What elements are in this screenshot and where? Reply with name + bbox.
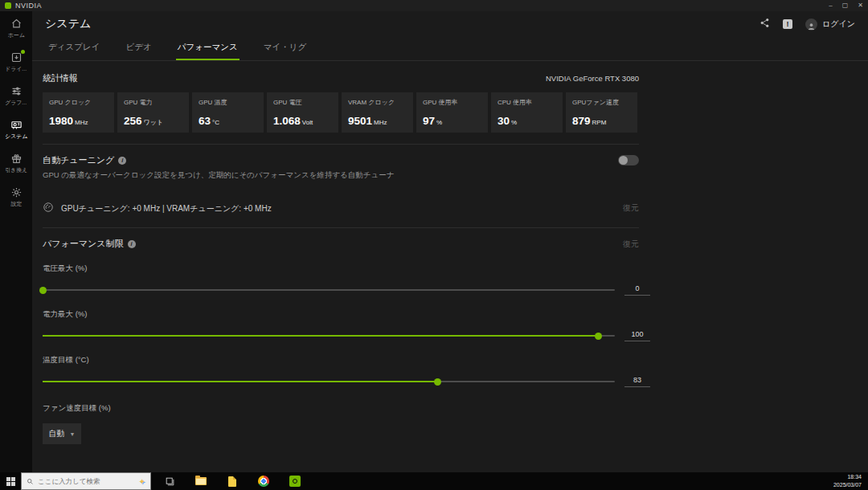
slider-fill bbox=[43, 335, 598, 337]
page-header: システム ! ログイン bbox=[32, 11, 868, 37]
stats-section-title: 統計情報 bbox=[43, 72, 78, 84]
stat-card-gpu-usage: GPU 使用率 97% bbox=[416, 92, 488, 133]
system-icon bbox=[10, 119, 23, 131]
sidebar-item-system[interactable]: システム bbox=[0, 119, 32, 141]
voltage-slider[interactable] bbox=[43, 289, 615, 291]
stat-card-vram-clock: VRAM クロック 9501MHz bbox=[342, 92, 413, 133]
info-icon[interactable]: i bbox=[118, 157, 126, 165]
temp-slider-group: 温度目標 (°C) 83 bbox=[43, 355, 653, 387]
share-icon[interactable] bbox=[760, 17, 770, 31]
window-controls: – ▢ ✕ bbox=[829, 0, 863, 11]
app-name: NVIDIA bbox=[15, 2, 42, 10]
gpu-name: NVIDIA GeForce RTX 3080 bbox=[546, 74, 639, 83]
search-icon bbox=[27, 478, 34, 485]
stat-card-gpu-clock: GPU クロック 1980MHz bbox=[43, 92, 114, 133]
content-area: 統計情報 NVIDIA GeForce RTX 3080 GPU クロック 19… bbox=[32, 61, 868, 472]
slider-thumb[interactable] bbox=[595, 333, 602, 340]
nvidia-app-icon[interactable] bbox=[285, 472, 305, 490]
voltage-slider-value[interactable]: 0 bbox=[624, 284, 650, 296]
slider-fill bbox=[43, 381, 437, 382]
task-view-icon[interactable] bbox=[159, 472, 180, 490]
power-slider-label: 電力最大 (%) bbox=[43, 309, 653, 320]
fan-target-dropdown[interactable]: 自動 ▼ bbox=[43, 423, 81, 444]
document-app-icon[interactable] bbox=[222, 472, 243, 490]
window-titlebar: NVIDIA – ▢ ✕ bbox=[0, 0, 868, 11]
restore-button[interactable]: ▢ bbox=[842, 0, 849, 11]
slider-thumb[interactable] bbox=[39, 287, 47, 294]
power-slider-value[interactable]: 100 bbox=[624, 330, 650, 341]
tabbar: ディスプレイ ビデオ パフォーマンス マイ・リグ bbox=[32, 37, 868, 61]
tuning-gauge-icon bbox=[43, 202, 54, 216]
fan-target-label: ファン速度目標 (%) bbox=[43, 403, 639, 414]
performance-limits-title: パフォーマンス制限 bbox=[43, 238, 124, 250]
sidebar: ホーム ドライ... グラフ... システム 引き換え 設定 bbox=[0, 11, 32, 472]
power-slider-group: 電力最大 (%) 100 bbox=[43, 309, 653, 341]
tuning-status-row: GPUチューニング: +0 MHz | VRAMチューニング: +0 MHz 復… bbox=[43, 202, 639, 216]
stat-card-gpu-power: GPU 電力 256ワット bbox=[117, 92, 189, 133]
auto-tuning-description: GPU の最適なオーバークロック設定を見つけ、定期的にそのパフォーマンスを維持す… bbox=[43, 170, 639, 181]
stat-card-cpu-usage: CPU 使用率 30% bbox=[491, 92, 563, 133]
clock-time: 18:34 bbox=[833, 473, 862, 481]
gear-icon bbox=[10, 186, 23, 198]
sidebar-item-redeem[interactable]: 引き換え bbox=[0, 153, 32, 174]
sidebar-item-home[interactable]: ホーム bbox=[0, 18, 32, 39]
minimize-button[interactable]: – bbox=[829, 0, 832, 11]
info-icon[interactable]: i bbox=[128, 240, 136, 248]
tab-display[interactable]: ディスプレイ bbox=[47, 37, 101, 60]
close-button[interactable]: ✕ bbox=[858, 0, 863, 11]
sidebar-item-drivers[interactable]: ドライ... bbox=[0, 51, 32, 73]
tab-performance[interactable]: パフォーマンス bbox=[176, 37, 240, 60]
tuning-status-text: GPUチューニング: +0 MHz | VRAMチューニング: +0 MHz bbox=[61, 203, 272, 214]
taskbar-clock[interactable]: 18:34 2025/03/07 bbox=[833, 473, 868, 489]
voltage-slider-group: 電圧最大 (%) 0 bbox=[43, 263, 653, 296]
clock-date: 2025/03/07 bbox=[833, 481, 862, 489]
temp-slider-label: 温度目標 (°C) bbox=[43, 355, 653, 365]
nvidia-logo-icon bbox=[5, 2, 11, 9]
stat-card-gpu-temp: GPU 温度 63°C bbox=[192, 92, 264, 133]
performance-limits-section: パフォーマンス制限 i 復元 電圧最大 (%) 0 電力最大 (%) bbox=[43, 238, 639, 444]
auto-tuning-title: 自動チューニング bbox=[43, 154, 114, 166]
sidebar-item-settings[interactable]: 設定 bbox=[0, 186, 32, 208]
windows-logo-icon bbox=[6, 477, 15, 486]
search-input[interactable] bbox=[38, 477, 135, 485]
home-icon bbox=[10, 18, 23, 30]
chrome-icon[interactable] bbox=[253, 472, 274, 490]
voltage-slider-label: 電圧最大 (%) bbox=[43, 263, 653, 274]
sidebar-item-graphics[interactable]: グラフ... bbox=[0, 85, 32, 107]
redeem-gift-icon bbox=[10, 153, 23, 165]
stat-cards: GPU クロック 1980MHz GPU 電力 256ワット GPU 温度 63… bbox=[43, 92, 639, 133]
stat-card-gpu-fan: GPUファン速度 879RPM bbox=[566, 92, 637, 133]
stat-card-gpu-voltage: GPU 電圧 1.068Volt bbox=[267, 92, 338, 133]
page-title: システム bbox=[45, 17, 91, 31]
divider bbox=[43, 227, 639, 228]
auto-tuning-toggle[interactable] bbox=[618, 155, 639, 165]
fan-target-group: ファン速度目標 (%) 自動 ▼ bbox=[43, 403, 639, 444]
tuning-restore-button[interactable]: 復元 bbox=[623, 202, 639, 214]
limits-restore-button[interactable]: 復元 bbox=[623, 239, 639, 250]
tab-video[interactable]: ビデオ bbox=[124, 37, 153, 60]
tab-my-rig[interactable]: マイ・リグ bbox=[262, 37, 308, 60]
notification-dot bbox=[21, 50, 25, 54]
avatar bbox=[805, 18, 817, 31]
temp-slider-value[interactable]: 83 bbox=[624, 376, 650, 387]
auto-tuning-section: 自動チューニング i GPU の最適なオーバークロック設定を見つけ、定期的にその… bbox=[43, 154, 639, 216]
windows-taskbar: ✦ 18:34 2025/03/07 bbox=[0, 472, 868, 490]
power-slider[interactable] bbox=[43, 335, 615, 337]
temp-slider[interactable] bbox=[43, 381, 615, 382]
login-button[interactable]: ログイン bbox=[805, 18, 855, 31]
copilot-icon[interactable]: ✦ bbox=[139, 477, 145, 486]
start-button[interactable] bbox=[0, 472, 21, 490]
slider-thumb[interactable] bbox=[434, 378, 441, 386]
drivers-icon bbox=[10, 51, 23, 63]
chevron-down-icon: ▼ bbox=[70, 431, 76, 437]
file-explorer-icon[interactable] bbox=[190, 472, 211, 490]
feedback-icon[interactable]: ! bbox=[783, 19, 792, 29]
divider bbox=[43, 144, 639, 145]
taskbar-search[interactable]: ✦ bbox=[21, 472, 151, 490]
graphics-icon bbox=[10, 85, 23, 97]
